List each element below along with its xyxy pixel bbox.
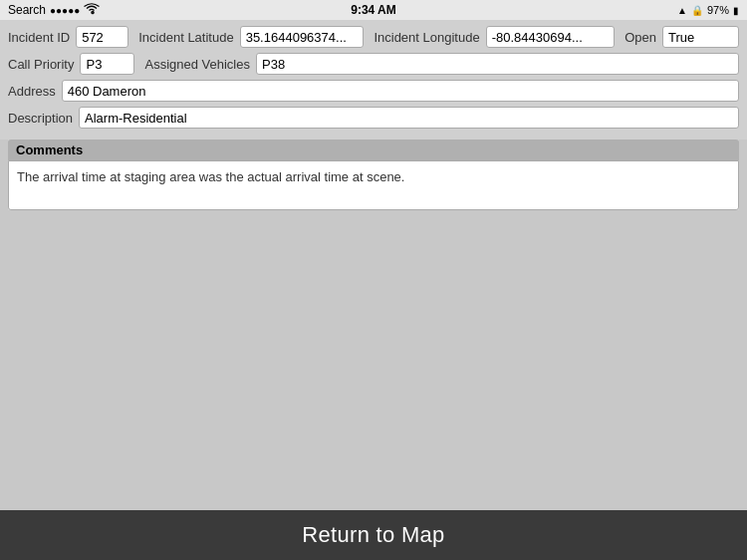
battery-label: 97% xyxy=(707,4,729,16)
row-priority: Call Priority P3 Assigned Vehicles P38 xyxy=(8,53,739,75)
search-label[interactable]: Search xyxy=(8,3,46,17)
address-label: Address xyxy=(8,84,56,99)
longitude-label: Incident Longitude xyxy=(374,30,479,45)
status-bar: Search ●●●●● 9:34 AM ▲ 🔒 97% ▮ xyxy=(0,0,747,20)
latitude-input[interactable]: 35.1644096374... xyxy=(240,26,365,48)
signal-icon: ▲ xyxy=(677,5,687,16)
longitude-input[interactable]: -80.84430694... xyxy=(486,26,616,48)
address-input[interactable]: 460 Dameron xyxy=(62,80,739,102)
incident-id-input[interactable]: 572 xyxy=(76,26,128,48)
lock-icon: 🔒 xyxy=(691,5,703,16)
description-label: Description xyxy=(8,111,73,126)
signal-dots: ●●●●● xyxy=(50,5,80,16)
row-description: Description Alarm-Residential xyxy=(8,107,739,129)
call-priority-label: Call Priority xyxy=(8,57,74,72)
open-label: Open xyxy=(624,30,656,45)
battery-icon: ▮ xyxy=(733,5,739,16)
latitude-label: Incident Latitude xyxy=(138,30,233,45)
assigned-vehicles-input[interactable]: P38 xyxy=(256,53,739,75)
incident-id-label: Incident ID xyxy=(8,30,70,45)
call-priority-input[interactable]: P3 xyxy=(80,53,134,75)
row-address: Address 460 Dameron xyxy=(8,80,739,102)
row-incident: Incident ID 572 Incident Latitude 35.164… xyxy=(8,26,739,48)
comments-header: Comments xyxy=(8,140,739,160)
return-to-map-button[interactable]: Return to Map xyxy=(302,522,444,548)
form-container: Incident ID 572 Incident Latitude 35.164… xyxy=(0,20,747,140)
status-bar-right: ▲ 🔒 97% ▮ xyxy=(677,4,739,16)
open-input[interactable]: True xyxy=(662,26,739,48)
description-input[interactable]: Alarm-Residential xyxy=(79,107,739,129)
status-bar-left: Search ●●●●● xyxy=(8,3,100,18)
comments-body[interactable]: The arrival time at staging area was the… xyxy=(8,160,739,210)
content-area xyxy=(0,210,747,529)
comments-section: Comments The arrival time at staging are… xyxy=(8,140,739,210)
wifi-icon xyxy=(84,3,100,18)
assigned-vehicles-label: Assigned Vehicles xyxy=(144,57,250,72)
bottom-bar: Return to Map xyxy=(0,510,747,560)
status-bar-time: 9:34 AM xyxy=(351,3,396,17)
